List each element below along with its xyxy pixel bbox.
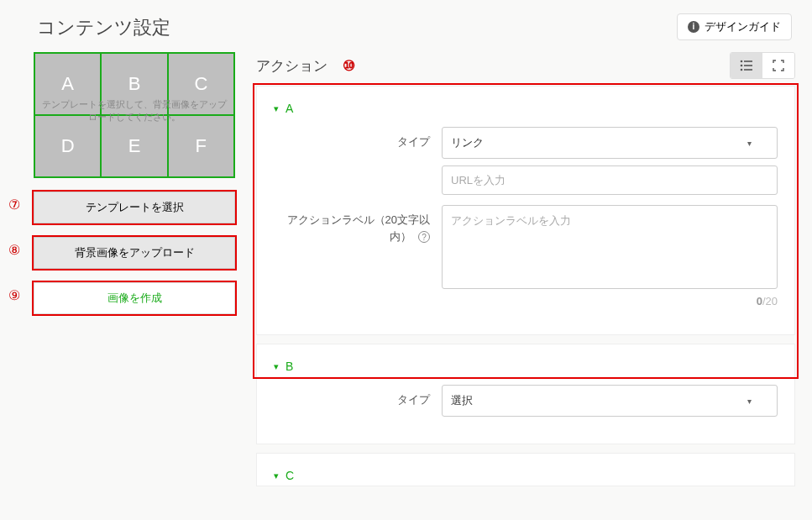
panel-key-b: B (286, 360, 293, 373)
grid-cell-d[interactable]: D (34, 115, 101, 177)
svg-point-4 (741, 69, 743, 71)
type-select-a[interactable]: リンク ▾ (442, 127, 778, 159)
annotation-10: ⑩ (343, 57, 355, 75)
grid-cell-f[interactable]: F (168, 115, 234, 177)
create-image-button[interactable]: 画像を作成 (34, 282, 235, 314)
select-template-button[interactable]: テンプレートを選択 (34, 192, 235, 223)
type-label: タイプ (274, 385, 430, 408)
template-grid[interactable]: A B C D E F テンプレートを選択して、背景画像をアップロードしてくださ… (34, 52, 235, 178)
grid-cell-e[interactable]: E (101, 115, 167, 177)
action-panel-b: ▾ B タイプ 選択 ▾ (256, 344, 795, 444)
chevron-down-icon: ▾ (747, 397, 752, 406)
type-select-b[interactable]: 選択 ▾ (442, 385, 778, 417)
svg-rect-3 (744, 65, 752, 66)
grid-cell-c[interactable]: C (168, 53, 234, 115)
list-icon (740, 60, 753, 71)
svg-point-0 (741, 60, 743, 63)
action-panel-a: ▾ A タイプ リンク ▾ アクションラベル（20文字以内） ? (256, 86, 795, 335)
design-guide-label: デザインガイド (705, 19, 781, 34)
svg-point-2 (741, 65, 743, 67)
char-counter: 0/20 (442, 295, 778, 307)
type-value-b: 選択 (451, 393, 473, 408)
action-panel-c: ▾ C (256, 453, 795, 486)
grid-cell-b[interactable]: B (101, 53, 167, 115)
view-list-button[interactable] (731, 53, 762, 78)
expand-icon (773, 60, 784, 71)
type-value-a: リンク (451, 135, 484, 150)
grid-cell-a[interactable]: A (34, 53, 101, 115)
action-label-textarea-a[interactable] (442, 205, 778, 289)
chevron-down-icon: ▾ (747, 139, 752, 148)
chevron-down-icon: ▾ (274, 361, 279, 372)
annotation-8: ⑧ (8, 242, 20, 258)
annotation-9: ⑨ (8, 287, 20, 303)
view-toggle (730, 52, 795, 79)
info-icon: i (688, 21, 699, 33)
view-expand-button[interactable] (762, 53, 794, 78)
panel-toggle-a[interactable]: ▾ A (274, 102, 778, 115)
panel-key-c: C (286, 469, 294, 482)
upload-bg-button[interactable]: 背景画像をアップロード (34, 237, 235, 269)
page-title: コンテンツ設定 (37, 15, 170, 40)
url-input-a[interactable] (442, 165, 778, 195)
panel-toggle-c[interactable]: ▾ C (274, 469, 778, 482)
annotation-7: ⑦ (8, 197, 20, 213)
panel-key-a: A (286, 102, 293, 115)
chevron-down-icon: ▾ (274, 470, 279, 481)
chevron-down-icon: ▾ (274, 103, 279, 114)
svg-rect-5 (744, 69, 752, 71)
section-title-action: アクション (256, 56, 327, 76)
svg-rect-1 (744, 60, 752, 62)
action-label-label: アクションラベル（20文字以内） ? (274, 205, 430, 244)
type-label: タイプ (274, 127, 430, 150)
help-icon[interactable]: ? (418, 231, 430, 243)
panel-toggle-b[interactable]: ▾ B (274, 360, 778, 373)
design-guide-button[interactable]: i デザインガイド (677, 13, 792, 40)
